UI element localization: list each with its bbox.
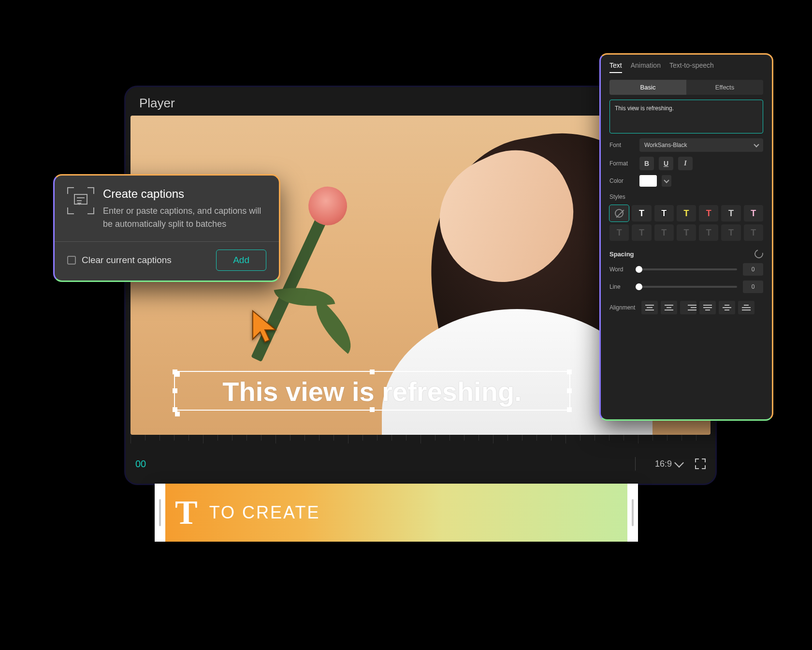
resize-handle[interactable] [567, 369, 572, 374]
captions-modal-title: Create captions [103, 187, 266, 201]
caption-selection-box[interactable]: This view is refreshing. [174, 371, 570, 411]
timecode: 00 [135, 458, 146, 470]
text-properties-panel: Text Animation Text-to-speech Basic Effe… [599, 53, 773, 421]
style-preset[interactable]: T [721, 224, 740, 241]
panel-top-tabs: Text Animation Text-to-speech [609, 61, 763, 73]
chevron-down-icon [664, 177, 669, 183]
format-label: Format [609, 160, 635, 167]
clip-trim-handle-left[interactable] [155, 484, 165, 542]
style-preset[interactable]: T [632, 224, 651, 241]
text-clip-icon: T [175, 496, 198, 530]
caption-text-input[interactable]: This view is refreshing. [609, 100, 763, 133]
resize-handle[interactable] [567, 407, 572, 412]
font-select[interactable]: WorkSans-Black [639, 138, 763, 152]
style-preset[interactable]: T [632, 205, 651, 222]
style-preset[interactable]: T [654, 224, 674, 241]
style-preset[interactable]: T [677, 205, 696, 222]
line-spacing-value[interactable]: 0 [743, 281, 763, 293]
align-middle-button[interactable] [719, 301, 735, 314]
aspect-ratio-label: 16:9 [655, 459, 672, 469]
align-bottom-button[interactable] [738, 301, 754, 314]
resize-handle[interactable] [370, 407, 375, 412]
reset-spacing-icon[interactable] [753, 248, 765, 260]
alignment-label: Alignment [609, 304, 638, 311]
tab-animation[interactable]: Animation [631, 61, 661, 73]
word-spacing-label: Word [609, 266, 630, 273]
clear-captions-label: Clear current captions [82, 255, 172, 266]
timeline-text-clip[interactable]: T TO CREATE [155, 484, 638, 542]
styles-label: Styles [609, 193, 763, 200]
styles-grid: T T T T T T T T T T T T T [609, 205, 763, 241]
resize-handle[interactable] [173, 388, 177, 393]
tab-text-to-speech[interactable]: Text-to-speech [669, 61, 714, 73]
chevron-down-icon [754, 142, 759, 147]
fullscreen-icon[interactable] [695, 458, 706, 469]
resize-handle[interactable] [173, 407, 177, 412]
clip-trim-handle-right[interactable] [627, 484, 638, 542]
align-right-button[interactable] [680, 301, 696, 314]
line-spacing-slider[interactable] [636, 286, 737, 288]
aspect-ratio-button[interactable]: 16:9 [655, 459, 682, 469]
font-label: Font [609, 142, 635, 148]
captions-modal-description: Enter or paste captions, and captions wi… [103, 205, 266, 231]
style-preset[interactable]: T [721, 205, 740, 222]
subtab-effects[interactable]: Effects [686, 80, 763, 95]
bold-button[interactable]: B [639, 157, 654, 170]
time-ruler[interactable] [130, 435, 710, 444]
spacing-label: Spacing [609, 251, 634, 258]
style-preset[interactable]: T [677, 224, 696, 241]
style-preset[interactable]: T [654, 205, 674, 222]
transport-bar: 00 16:9 [126, 444, 715, 483]
chevron-down-icon [674, 458, 684, 468]
add-button[interactable]: Add [216, 250, 266, 271]
clip-body[interactable]: T TO CREATE [165, 484, 627, 542]
cursor-icon [251, 310, 278, 345]
color-swatch[interactable] [639, 175, 657, 187]
checkbox-icon [67, 256, 76, 265]
line-spacing-label: Line [609, 283, 630, 290]
align-center-button[interactable] [661, 301, 677, 314]
resize-handle[interactable] [173, 369, 177, 374]
align-top-button[interactable] [699, 301, 716, 314]
panel-sub-tabs: Basic Effects [609, 80, 763, 95]
align-left-button[interactable] [641, 301, 658, 314]
divider [55, 241, 279, 242]
underline-button[interactable]: U [659, 157, 673, 170]
style-preset[interactable]: T [699, 224, 718, 241]
rose-leaf [304, 298, 363, 354]
resize-handle[interactable] [567, 388, 572, 393]
color-dropdown[interactable] [662, 175, 671, 187]
style-none[interactable] [609, 205, 629, 222]
color-label: Color [609, 177, 635, 184]
resize-handle[interactable] [370, 369, 375, 374]
style-preset[interactable]: T [744, 224, 763, 241]
divider [635, 457, 636, 471]
tab-text[interactable]: Text [609, 61, 622, 73]
italic-button[interactable]: I [678, 157, 693, 170]
style-preset[interactable]: T [744, 205, 763, 222]
style-preset[interactable]: T [609, 224, 629, 241]
create-captions-modal: Create captions Enter or paste captions,… [53, 174, 280, 282]
captions-icon [67, 187, 94, 214]
font-value: WorkSans-Black [644, 142, 687, 148]
word-spacing-value[interactable]: 0 [743, 263, 763, 276]
subtab-basic[interactable]: Basic [609, 80, 686, 95]
style-preset[interactable]: T [699, 205, 718, 222]
word-spacing-slider[interactable] [636, 268, 737, 270]
clear-captions-checkbox[interactable]: Clear current captions [67, 255, 172, 266]
clip-label: TO CREATE [209, 502, 320, 523]
